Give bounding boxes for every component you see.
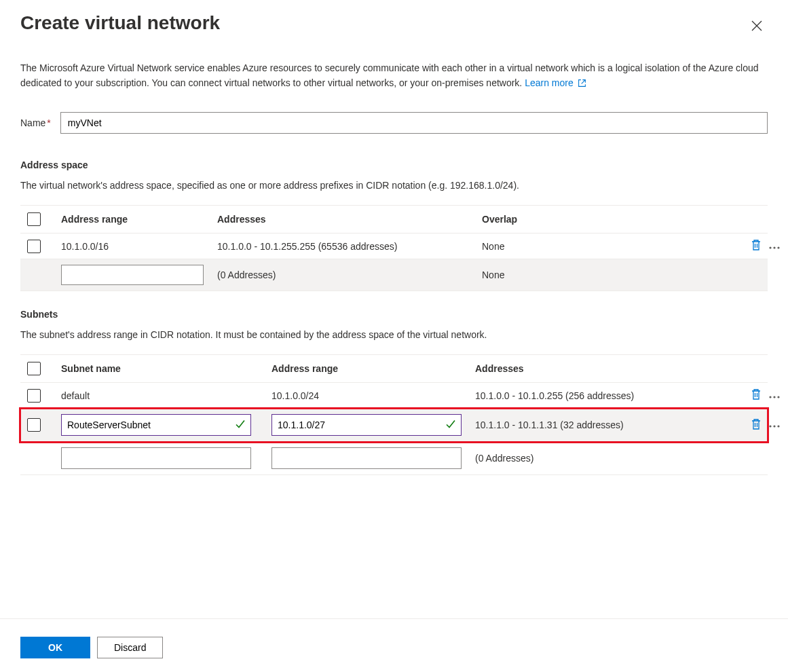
svg-point-1	[773, 246, 775, 248]
close-icon	[751, 20, 762, 31]
svg-point-7	[773, 426, 775, 428]
address-space-new-row: (0 Addresses) None	[20, 259, 768, 291]
description-text: The Microsoft Azure Virtual Network serv…	[20, 61, 767, 92]
subnet-range-input[interactable]	[271, 414, 462, 436]
delete-address-range-button[interactable]	[751, 239, 762, 253]
new-subnet-addresses-value: (0 Addresses)	[475, 453, 726, 464]
new-subnet-name-input[interactable]	[61, 447, 251, 469]
svg-point-3	[769, 396, 771, 398]
learn-more-link[interactable]: Learn more	[525, 77, 586, 88]
new-overlap-value: None	[482, 269, 726, 280]
subnet-row-checkbox[interactable]	[27, 418, 41, 432]
subnets-description: The subnet's address range in CIDR notat…	[20, 328, 768, 342]
svg-point-6	[769, 426, 771, 428]
address-space-description: The virtual network's address space, spe…	[20, 179, 768, 193]
new-address-range-input[interactable]	[61, 265, 204, 285]
learn-more-label: Learn more	[525, 77, 574, 88]
col-subnet-name: Subnet name	[61, 363, 271, 374]
col-subnet-addresses: Addresses	[475, 363, 726, 374]
name-label: Name*	[20, 117, 51, 128]
subnet-row-checkbox[interactable]	[27, 389, 41, 403]
subnet-name-input[interactable]	[61, 414, 251, 436]
create-vnet-panel: Create virtual network The Microsoft Azu…	[0, 0, 788, 475]
col-address-range: Address range	[61, 214, 217, 225]
footer: OK Discard	[0, 637, 788, 658]
address-space-row: 10.1.0.0/16 10.1.0.0 - 10.1.255.255 (655…	[20, 234, 768, 259]
ok-button[interactable]: OK	[20, 637, 90, 658]
subnets-select-all-checkbox[interactable]	[27, 362, 41, 375]
more-icon	[768, 395, 781, 399]
trash-icon	[751, 388, 762, 400]
subnet-addresses-value: 10.1.0.0 - 10.1.0.255 (256 addresses)	[475, 390, 726, 401]
address-space-table: Address range Addresses Overlap 10.1.0.0…	[20, 205, 768, 291]
page-title: Create virtual network	[20, 12, 220, 34]
addresses-value: 10.1.0.0 - 10.1.255.255 (65536 addresses…	[217, 241, 482, 252]
description-body: The Microsoft Azure Virtual Network serv…	[20, 62, 759, 88]
address-space-heading: Address space	[20, 160, 768, 170]
svg-point-8	[777, 426, 779, 428]
delete-subnet-button[interactable]	[751, 388, 762, 403]
external-link-icon	[578, 77, 586, 92]
overlap-value: None	[482, 241, 726, 252]
svg-point-4	[773, 396, 775, 398]
subnet-name-value: default	[61, 390, 271, 401]
address-range-more-button[interactable]	[768, 241, 781, 252]
subnet-more-button[interactable]	[768, 390, 781, 401]
col-addresses: Addresses	[217, 214, 482, 225]
name-field-row: Name*	[20, 112, 768, 134]
trash-icon	[751, 418, 762, 430]
name-input[interactable]	[60, 112, 768, 134]
more-icon	[768, 246, 781, 250]
svg-point-2	[777, 246, 779, 248]
subnet-new-row: (0 Addresses)	[20, 442, 768, 475]
subnets-header-row: Subnet name Address range Addresses	[20, 354, 768, 383]
subnets-table: Subnet name Address range Addresses defa…	[20, 354, 768, 475]
subnets-heading: Subnets	[20, 309, 768, 320]
footer-divider	[0, 618, 788, 619]
address-space-select-all-checkbox[interactable]	[27, 212, 41, 226]
required-asterisk: *	[47, 117, 50, 128]
more-icon	[768, 424, 781, 428]
check-icon	[445, 419, 456, 432]
header-row: Create virtual network	[20, 12, 768, 61]
address-range-value: 10.1.0.0/16	[61, 241, 217, 252]
delete-subnet-button[interactable]	[751, 418, 762, 432]
new-addresses-value: (0 Addresses)	[217, 269, 482, 280]
subnet-range-value: 10.1.0.0/24	[271, 390, 475, 401]
subnet-row-routeserver: 10.1.1.0 - 10.1.1.31 (32 addresses)	[20, 409, 768, 442]
discard-button[interactable]: Discard	[97, 637, 163, 658]
address-space-row-checkbox[interactable]	[27, 240, 41, 253]
subnet-addresses-value: 10.1.1.0 - 10.1.1.31 (32 addresses)	[475, 419, 726, 430]
col-overlap: Overlap	[482, 214, 726, 225]
trash-icon	[751, 239, 762, 251]
check-icon	[235, 419, 246, 432]
svg-point-0	[769, 246, 771, 248]
subnet-row-default: default 10.1.0.0/24 10.1.0.0 - 10.1.0.25…	[20, 383, 768, 409]
subnet-more-button[interactable]	[768, 419, 781, 430]
new-subnet-range-input[interactable]	[271, 447, 462, 469]
address-space-header-row: Address range Addresses Overlap	[20, 205, 768, 234]
svg-point-5	[777, 396, 779, 398]
col-subnet-range: Address range	[271, 363, 475, 374]
close-button[interactable]	[746, 15, 768, 37]
